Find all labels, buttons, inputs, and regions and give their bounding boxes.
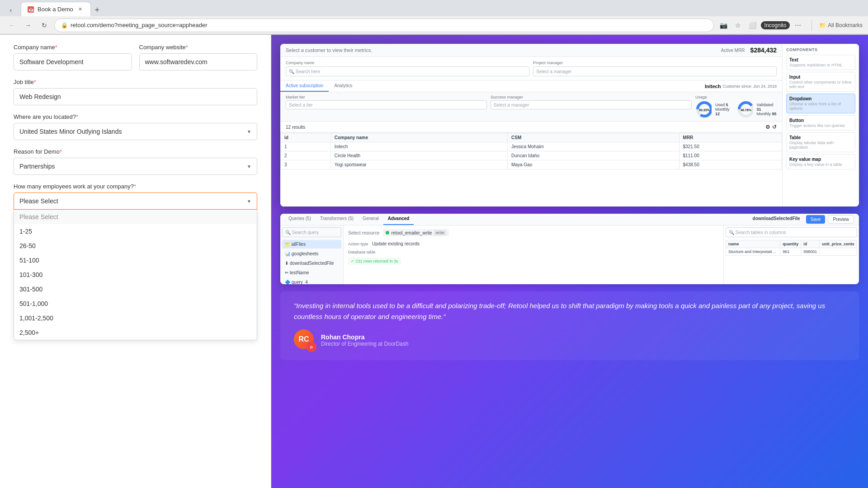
employees-option-51-100[interactable]: 51-100: [14, 253, 257, 267]
employees-option-1-25[interactable]: 1-25: [14, 224, 257, 239]
testimonial-author-info: Rohan Chopra Director of Engineering at …: [321, 333, 408, 347]
employees-option-501-1000[interactable]: 501-1,000: [14, 296, 257, 311]
mockup-validated-count: 31: [757, 107, 761, 112]
svg-text:40.78%: 40.78%: [741, 108, 752, 112]
mockup-data-table: id Company name CSM MRR 1 In: [280, 133, 782, 169]
mockup-active-mrr-label: Active MRR: [721, 48, 745, 53]
employees-option-1001-2500[interactable]: 1,001-2,500: [14, 311, 257, 325]
col-csm: CSM: [508, 133, 679, 142]
mockup-market-tier-label: Market tier: [286, 95, 487, 99]
mockup-filter-icon[interactable]: ⚙: [765, 124, 770, 130]
mockup-tier-select: Select a tier: [286, 100, 487, 109]
table-row: 1 Initech Jessica Mohaim $321.50: [281, 142, 782, 151]
new-tab-button[interactable]: +: [91, 4, 104, 16]
query-item-downloadSelectedFile[interactable]: ⬇ downloadSelectedFile: [282, 259, 341, 267]
query-tab-advanced[interactable]: Advanced: [383, 214, 414, 225]
employees-label: How many employees work at your company?…: [14, 183, 257, 190]
reason-group: Reason for Demo* Partnerships ▼: [14, 148, 257, 175]
reload-button[interactable]: ↻: [38, 19, 51, 32]
mockup-tab-analytics[interactable]: Analytics: [329, 80, 358, 92]
bookmarks-section: 📁 All Bookmarks: [819, 22, 863, 28]
author-name: Rohan Chopra: [321, 333, 408, 341]
testimonial-quote: "Investing in internal tools used to be …: [294, 300, 845, 322]
testimonial-author: RC D Rohan Chopra Director of Engineerin…: [294, 329, 845, 351]
employees-option-301-500[interactable]: 301-500: [14, 282, 257, 296]
retool-mockup: Select a customer to view their metrics.…: [280, 44, 859, 206]
mockup-company-search: 🔍 Search here: [286, 66, 529, 76]
query-tab-general[interactable]: General: [358, 214, 383, 225]
mockup-donut-used: 83.33%: [695, 100, 712, 118]
mockup-tab-active-sub[interactable]: Active subscription: [280, 80, 329, 92]
mockup-tabs-row: Active subscription Analytics Initech Cu…: [280, 80, 782, 92]
forward-button[interactable]: →: [22, 19, 34, 32]
reason-row: Reason for Demo* Partnerships ▼: [14, 148, 257, 175]
query-item-allFiles[interactable]: 📁 allFiles: [282, 240, 341, 249]
employees-option-please-select[interactable]: Please Select: [14, 210, 257, 224]
job-title-input[interactable]: [14, 88, 257, 105]
component-dropdown: Dropdown Choose a value from a list of o…: [786, 94, 855, 113]
tab-close-button[interactable]: ✕: [77, 6, 84, 13]
component-text: Text Supports markdown or HTML: [786, 55, 855, 70]
employees-option-2500-plus[interactable]: 2,500+: [14, 325, 257, 340]
query-item-googlesheets[interactable]: 📊 googlesheets: [282, 249, 341, 258]
bookmark-button[interactable]: ☆: [732, 19, 745, 32]
company-website-group: Company website*: [139, 44, 258, 70]
location-dropdown[interactable]: United States Minor Outlying Islands ▼: [14, 123, 257, 140]
resource-label: Select resource: [348, 230, 379, 235]
tab-title: Book a Demo: [38, 6, 73, 13]
results-col-quantity: quantity: [780, 240, 801, 248]
mockup-tier-row: Market tier Select a tier Success manage…: [280, 92, 782, 122]
mockup-components-panel: Components Text Supports markdown or HTM…: [782, 44, 859, 206]
company-name-input[interactable]: [14, 53, 132, 70]
mockup-company-field: Company name 🔍 Search here: [286, 61, 529, 76]
url-bar[interactable]: 🔒 retool.com/demo?meeting_page_source=ap…: [54, 19, 714, 32]
col-id: id: [281, 133, 331, 142]
employees-dropdown-arrow: ▼: [247, 199, 251, 204]
query-item-query4[interactable]: 🔷 query_4: [282, 278, 341, 284]
employees-dropdown[interactable]: Please Select ▼: [14, 192, 257, 210]
company-website-input[interactable]: [139, 53, 258, 70]
extensions-button[interactable]: ⋯: [792, 19, 804, 32]
mockup-market-tier: Market tier Select a tier: [286, 95, 487, 118]
author-title: Director of Engineering at DoorDash: [321, 341, 408, 347]
query-item-testName[interactable]: ✏ testName: [282, 268, 341, 277]
results-search[interactable]: 🔍 Search tables in columns: [726, 227, 857, 237]
query-results: 🔍 Search tables in columns name quantity…: [723, 225, 859, 284]
back-button[interactable]: ←: [5, 19, 18, 32]
tab-favicon: 📅: [28, 6, 34, 13]
active-tab[interactable]: 📅 Book a Demo ✕: [21, 2, 91, 16]
location-group: Where are you located?* United States Mi…: [14, 113, 257, 140]
employees-option-26-50[interactable]: 26-50: [14, 239, 257, 253]
resource-permission: write: [434, 230, 446, 235]
results-col-name: name: [726, 240, 780, 248]
query-preview-button[interactable]: Preview: [828, 215, 854, 224]
address-bar: ← → ↻ 🔒 retool.com/demo?meeting_page_sou…: [0, 16, 868, 34]
company-website-label: Company website*: [139, 44, 258, 51]
query-tab-transformers[interactable]: Transformers (5): [316, 214, 358, 225]
reason-label: Reason for Demo*: [14, 148, 257, 155]
table-row: 2 Circle Health Duncan Idaho $111.00: [281, 151, 782, 160]
query-config: Select resource retool_emailer_write wri…: [344, 225, 723, 284]
mockup-pm-select: Select a manager: [533, 66, 777, 76]
employees-placeholder: Please Select: [19, 197, 58, 205]
back-list-button[interactable]: ‹: [5, 4, 17, 16]
mockup-usage-label: Usage: [695, 95, 777, 99]
mockup-pm-label: Project manager: [533, 61, 777, 65]
query-save-button[interactable]: Save: [806, 215, 826, 224]
results-row: Stucture and Interpretation of Computer …: [726, 248, 857, 256]
component-table: Table Display tabular data with paginati…: [786, 132, 855, 152]
col-company: Company name: [330, 133, 507, 142]
doordash-badge: D: [307, 342, 316, 352]
employees-option-101-300[interactable]: 101-300: [14, 267, 257, 282]
reason-dropdown-wrapper: Partnerships ▼: [14, 158, 257, 175]
query-search[interactable]: 🔍 Search query: [282, 227, 341, 237]
reason-dropdown[interactable]: Partnerships ▼: [14, 158, 257, 175]
device-button[interactable]: ⬜: [746, 19, 759, 32]
query-tab-queries[interactable]: Queries (5): [284, 214, 316, 225]
mockup-refresh-icon[interactable]: ↺: [772, 124, 777, 130]
security-icon: 🔒: [61, 22, 68, 28]
camera-off-icon[interactable]: 📷: [717, 19, 730, 32]
mockup-components-heading: Components: [786, 47, 855, 52]
location-dropdown-wrapper: United States Minor Outlying Islands ▼: [14, 123, 257, 140]
results-table: name quantity id unit_price_cents Stuctu…: [726, 240, 857, 256]
